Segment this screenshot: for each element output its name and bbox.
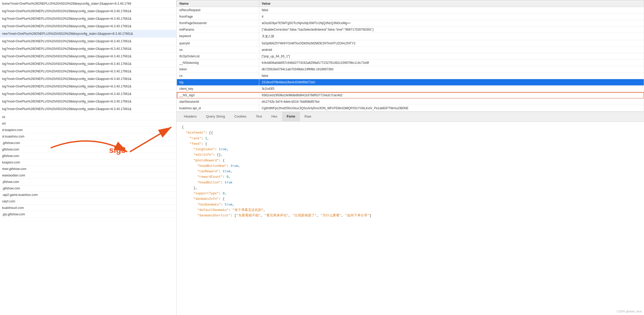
param-name: os [177,47,259,53]
json-line: "headButton": true [182,180,639,186]
param-value: 4 [259,13,644,20]
domain-item[interactable]: gifshow.com [0,153,176,159]
table-row[interactable]: extParams{"disableCorrection":false,"has… [177,26,644,33]
domain-item[interactable]: gifshow.com [0,146,176,153]
domain-item[interactable]: ed [0,120,176,127]
tab-cookies[interactable]: Cookies [230,112,251,121]
table-row[interactable]: startSessionIdefc2742b-3d74-4deb-b516-7b… [177,99,644,105]
param-value: 5aSp6b6Z5YWr6YOoMTkxODk5NzM2MDE2NTkxNTU2… [259,40,644,47]
list-item[interactable]: new?mod=OnePlus%28ONEPLUS%20A5010%29&key… [0,30,176,38]
param-name: fromPage [177,13,259,20]
tab-form[interactable]: Form [282,112,300,121]
json-line: "photoReward": { [182,158,639,163]
domain-item[interactable]: ck [0,114,176,120]
domain-item[interactable]: waixiaodian.com [0,172,176,179]
table-row[interactable]: isRecoRequestfalse [177,7,644,13]
right-panel: Name Value isRecoRequestfalsefromPage4fr… [177,0,644,315]
domain-item[interactable]: d.ksapisrv.com [0,127,176,133]
table-row[interactable]: __NS_sig39382ced19508a1fe98dbd8d941b378d… [177,92,644,99]
tab-hex[interactable]: Hex [267,112,282,121]
param-name: keyword [177,33,259,40]
list-item[interactable]: log?mod=OnePlus%28ONEPLUS%20A5010%29&key… [0,23,176,30]
table-row[interactable]: fromPage4 [177,13,644,20]
list-item[interactable]: log?mod=OnePlus%28ONEPLUS%20A5010%29&key… [0,15,176,23]
table-row[interactable]: client_key3c2cd3f3 [177,86,644,92]
param-name: __NS_sig3 [177,92,259,99]
table-row[interactable]: fromPageSessionIdaGlzdG9yeTE5MTg5OTczNjA… [177,20,644,26]
list-item[interactable]: log?mod=OnePlus%28ONEPLUS%20A5010%29&key… [0,45,176,53]
list-item[interactable]: log?mod=OnePlus%28ONEPLUS%20A5010%29&key… [0,53,176,60]
list-item[interactable]: log?mod=OnePlus%28ONEPLUS%20A5010%29&key… [0,38,176,45]
table-row[interactable]: sig2318ce978b4dea1fbe4c634bf89d72e0 [177,79,644,86]
request-list: home?mod=OnePlus%28ONEPLUS%20A5010%29&ke… [0,0,176,113]
json-line: "mixFeeds": [{ [182,130,639,136]
domain-item[interactable]: sl.kuaishou.com [0,133,176,140]
param-value: fc9cb806a0dd057c64b02774242a8299af177232… [259,60,644,66]
list-item[interactable]: log?mod=OnePlus%28ONEPLUS%20A5010%29&key… [0,75,176,83]
json-line: "danmakuShortcut": ["先看看能不能", "看完再来评论", … [182,213,639,218]
watermark: CSDN @heier_blue [617,310,642,313]
domain-item[interactable]: -api2.game.kuaishou.com [0,192,176,198]
json-line: "longVideo": true, [182,147,639,152]
list-item[interactable]: log?mod=OnePlus%28ONEPLUS%20A5010%29&key… [0,68,176,75]
param-name: token [177,66,259,73]
json-line: "defaultDanmaku": "发个弹幕见证此刻", [182,208,639,213]
domain-item[interactable]: vaizt.com [0,198,176,205]
param-name: extParams [177,26,259,33]
param-name: queryId [177,40,259,47]
json-content-area: { "mixFeeds": [{ "rank": 1, "feed": { "l… [177,122,644,315]
param-name: client_key [177,86,259,92]
params-table-container: Name Value isRecoRequestfalsefromPage4fr… [177,0,644,112]
tab-raw[interactable]: Raw [300,112,316,121]
param-value: ["pop_up_64_65_1"] [259,53,644,60]
param-value: Cg9rdWFpc2hvdS5hcGkuc3QSoAHy5rxs3ON_WFcF… [259,105,644,112]
json-line: "supportType": 0, [182,191,639,196]
param-value: false [259,73,644,79]
tab-query-string[interactable]: Query String [201,112,230,121]
param-value: db725816e0794c1ab70349bbc19f6f8b-1918997… [259,66,644,73]
param-name: startSessionId [177,99,259,105]
left-panel: home?mod=OnePlus%28ONEPLUS%20A5010%29&ke… [0,0,177,315]
domain-item[interactable]: .jifshow.com [0,179,176,185]
tabs-bar: Headers Query String Cookies Text Hex Fo… [177,112,644,122]
domain-item[interactable]: ksapisrv.com [0,159,176,166]
list-item[interactable]: log?mod=OnePlus%28ONEPLUS%20A5010%29&key… [0,105,176,113]
param-value: 2318ce978b4dea1fbe4c634bf89d72e0 [259,79,644,86]
tab-text[interactable]: Text [251,112,267,121]
json-line: "canReward": true, [182,169,639,174]
table-row[interactable]: tokendb725816e0794c1ab70349bbc19f6f8b-19… [177,66,644,73]
param-value: android [259,47,644,53]
json-line: }, [182,186,639,191]
table-row[interactable]: tfcOpOrderList["pop_up_64_65_1"] [177,53,644,60]
domain-item[interactable]: .gifshow.com [0,185,176,192]
col-header-name: Name [177,0,259,7]
table-row[interactable]: kuaishou.api_stCg9rdWFpc2hvdS5hcGkuc3QSo… [177,105,644,112]
table-row[interactable]: keyword天龙八部 [177,33,644,40]
list-item[interactable]: log?mod=OnePlus%28ONEPLUS%20A5010%29&key… [0,8,176,15]
list-item[interactable]: log?mod=OnePlus%28ONEPLUS%20A5010%29&key… [0,90,176,98]
domain-item[interactable]: rtner.gifshow.com [0,166,176,172]
json-line: "feed": { [182,141,639,147]
table-row[interactable]: queryId5aSp6b6Z5YWr6YOoMTkxODk5NzM2MDE2N… [177,40,644,47]
list-item[interactable]: log?mod=OnePlus%28ONEPLUS%20A5010%29&key… [0,83,176,90]
table-row[interactable]: osandroid [177,47,644,53]
param-name: kuaishou.api_st [177,105,259,112]
domain-list: ck ed d.ksapisrv.com sl.kuaishou.com .gi… [0,114,176,218]
json-line: "danmakuInfo": { [182,196,639,202]
param-name: __NStokensig [177,60,259,66]
list-item[interactable]: log?mod=OnePlus%28ONEPLUS%20A5010%29&key… [0,98,176,105]
param-value: aGlzdG9yeTE5MTg5OTczNjAxNjU5MTU1NjQ3NzQ3… [259,20,644,26]
json-line: "rank": 1, [182,136,639,141]
domain-item[interactable]: .pjs.gifshow.com [0,211,176,218]
param-value: false [259,7,644,13]
domain-item[interactable]: kuaishouzt.com [0,205,176,211]
tab-headers[interactable]: Headers [179,112,201,121]
table-row[interactable]: __NStokensigfc9cb806a0dd057c64b02774242a… [177,60,644,66]
param-value: 天龙八部 [259,33,644,40]
list-item[interactable]: home?mod=OnePlus%28ONEPLUS%20A5010%29&ke… [0,0,176,8]
list-item[interactable]: log?mod=OnePlus%28ONEPLUS%20A5010%29&key… [0,60,176,68]
json-line: { [182,125,639,130]
param-name: sig [177,79,259,86]
table-row[interactable]: csfalse [177,73,644,79]
domain-item[interactable]: .gifshow.com [0,140,176,146]
